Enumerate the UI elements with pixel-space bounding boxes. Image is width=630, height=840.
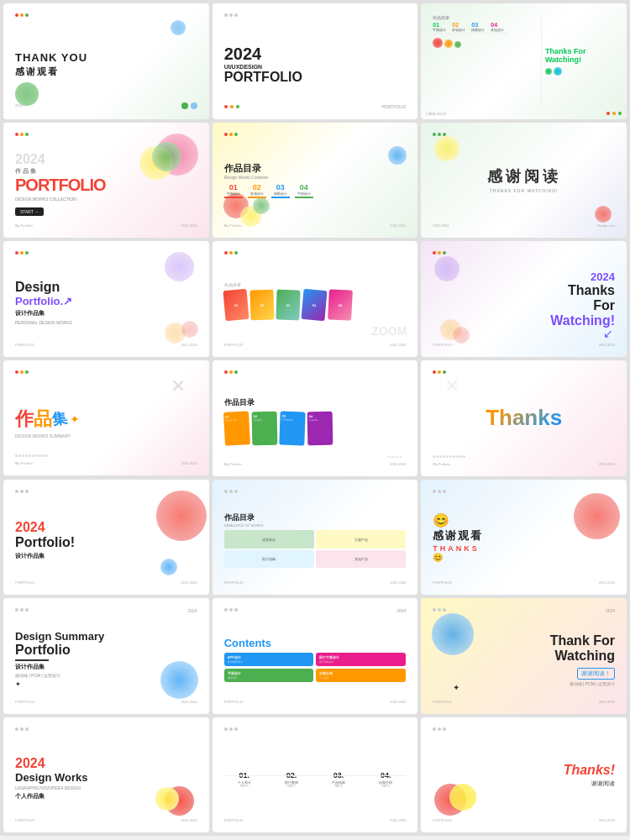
card-6-3-title: Thank For (433, 633, 615, 648)
card-3-3: 2024 Thanks For Watching! ↙ PORTFOLIO 20… (421, 241, 627, 357)
card-5-2-title: 作品目录 (224, 512, 407, 523)
card-5-1-year: 2024 (15, 520, 197, 535)
card-6-1-sub2: 设计作品集 (15, 663, 197, 671)
card-5-2: 作品目录 CATALOGUE OF WORKS 优质食品 主题产品 医疗器械 其… (213, 480, 418, 596)
card-5-3-subtitle: THANKS (433, 544, 615, 553)
card-2-2: 作品目录 Design Works Contents 01 平面设计 02 多项… (213, 123, 418, 239)
card-2-1-sub3: DESIGN WORKS COLLECTION (15, 197, 197, 202)
card-2-1-year: 2024 (15, 152, 197, 167)
main-grid: THANK YOU 感谢观看 2024 2024 UI/UXDESIGN (0, 0, 630, 836)
card-3-2-year: 2021-2024 (390, 343, 406, 347)
card-5-1-sub1: Portfolio! (15, 535, 197, 550)
card-7-1-year: 2024 (15, 756, 197, 771)
card-1-1-year: 2024 (15, 103, 23, 108)
card-1-1: THANK YOU 感谢观看 2024 (3, 3, 209, 119)
card-1-1-subtitle: 感谢观看 (15, 66, 197, 78)
card-4-2-title: 作品目录 (224, 397, 407, 408)
card-1-3-thanks: Thanks For Watching! (545, 47, 615, 66)
card-2-1: 2024 作品集 PORTFOLIO DESIGN WORKS COLLECTI… (3, 123, 209, 239)
card-1-2: 2024 UI/UXDESIGN PORTFOLIO PORTFOLIO (213, 3, 418, 119)
card-4-3: ✕ Thanks My Portfolio 2022-2024 (421, 360, 627, 476)
card-3-1-title: Design (15, 280, 197, 295)
card-6-2: 2024 Contents APP设计 移动端UI设计 医疗方案设计 医疗系统设… (213, 598, 418, 714)
card-7-1-sub3: 个人作品集 (15, 792, 197, 801)
card-6-3-sub2: 谢谢阅读！ (577, 668, 615, 680)
card-5-3-emoji: 😊 (433, 512, 615, 528)
card-7-2: 01. 个人简介 PART1 02. 医疗案例 PART2 03. 产品拓展 P… (213, 717, 418, 833)
card-5-3: 😊 感谢观看 THANKS 😊 PORTFOLIO 2022-2024 (421, 480, 627, 596)
card-3-3-year2: 2022-2024 (599, 343, 615, 347)
card-3-3-sub3: Watching! (433, 313, 615, 328)
card-2-2-title: 作品目录 (224, 162, 407, 175)
card-4-2: 作品目录 01 About me 02 Graphic 03 UI Design (213, 360, 418, 476)
card-1-2-sub1: UI/UXDESIGN (224, 64, 407, 70)
card-2-1-sub2: PORTFOLIO (15, 176, 197, 195)
card-3-3-sub2: For (433, 298, 615, 313)
card-2-3-title: 感谢阅读 (487, 166, 561, 186)
card-7-1-sub2: UI/GRAPHIC/VIS/OPERA DESIGN (15, 785, 197, 790)
card-1-3: 作品目录 01平面设计 02多项设计 03插图设计 0 (421, 3, 627, 119)
card-7-3-subtitle: 谢谢阅读 (433, 780, 615, 788)
card-5-1: 2024 Portfolio! 设计作品集 PORTFOLIO 2022-202… (3, 480, 209, 596)
card-1-2-year: 2024 (224, 45, 407, 64)
card-1-1-title: THANK YOU (15, 51, 197, 64)
card-3-3-year: 2024 (433, 270, 615, 283)
card-6-2-title: Contents (224, 637, 407, 649)
card-3-1-sub2: 设计作品集 (15, 309, 197, 318)
card-7-1: 2024 Design Works UI/GRAPHIC/VIS/OPERA D… (3, 717, 209, 833)
card-6-2-badge: 2024 (396, 608, 406, 613)
card-2-1-sub1: 作品集 (15, 167, 197, 176)
card-2-2-subtitle: Design Works Contents (224, 175, 407, 180)
card-5-2-subtitle: CATALOGUE OF WORKS (224, 523, 407, 528)
card-4-3-year: 2022-2024 (599, 462, 615, 466)
card-6-1-sub1: Portfolio (15, 643, 197, 658)
card-2-3-year: 2022-2024 (433, 223, 449, 228)
card-6-1-sub3: 移动端 | PCM | 运营设计 (15, 673, 197, 678)
card-5-1-sub2: 设计作品集 (15, 552, 197, 560)
card-2-3: 感谢阅读 THANKS FOR WATCHING! 2022-2024 Desi… (421, 123, 627, 239)
card-3-3-sub1: Thanks (433, 283, 615, 298)
card-6-3-badge: 2024 (606, 608, 615, 613)
card-6-1-title: Design Summary (15, 630, 197, 643)
card-5-3-title: 感谢观看 (433, 528, 615, 543)
card-3-1-sub1: Portfolio.↗ (15, 295, 197, 307)
card-7-1-sub1: Design Works (15, 771, 197, 784)
card-3-1-sub3: PERSONAL DESIGN WORKS (15, 320, 197, 325)
card-7-3-title: Thanks! (433, 763, 615, 778)
card-6-1: 2024 Design Summary Portfolio 设计作品集 移动端 … (3, 598, 209, 714)
card-4-3-title: Thanks (433, 405, 615, 431)
card-6-3-sub3: 移动端 | PCM | 运营设计 (433, 681, 615, 686)
card-1-2-sub2: PORTFOLIO (224, 70, 407, 85)
card-4-1: ✕ 作 品 集 ✦ DESIGN WORKS SUMMARY (3, 360, 209, 476)
card-2-3-subtitle: THANKS FOR WATCHING! (487, 188, 561, 193)
card-7-3: Thanks! 谢谢阅读 PORTFOLIO 2022-2024 (421, 717, 627, 833)
card-3-2: 作品目录 01 02 03 04 05 ZOOM PORTFOLIO 2021-… (213, 241, 418, 357)
card-6-3-sub1: Watching (433, 648, 615, 664)
card-6-3: 2024 Thank For Watching 谢谢阅读！ 移动端 | PCM … (421, 598, 627, 714)
card-6-1-badge: 2024 (188, 608, 197, 613)
card-3-2-title: 作品目录 (224, 282, 407, 287)
card-3-1: Design Portfolio.↗ 设计作品集 PERSONAL DESIGN… (3, 241, 209, 357)
card-4-1-year: 2022-2024 (181, 461, 197, 465)
card-1-3-title: 作品目录 (433, 15, 538, 20)
